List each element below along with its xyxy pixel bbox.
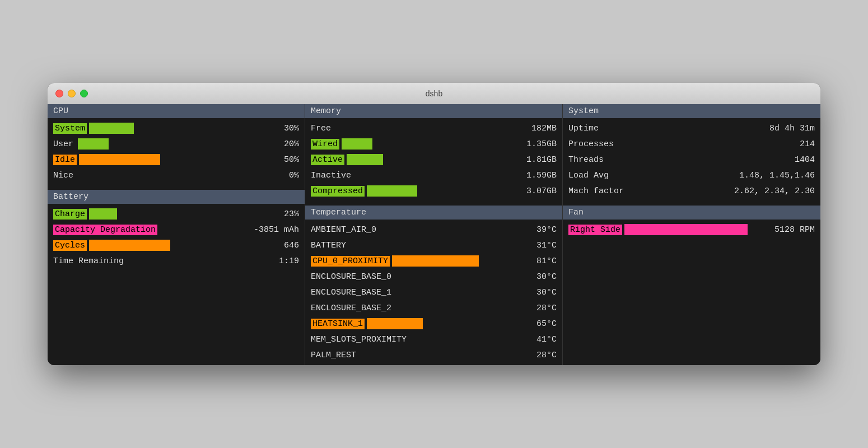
memory-header: Memory	[305, 104, 562, 118]
system-threads-text: Threads	[568, 155, 604, 165]
memory-compressed-row: Compressed 3.07GB	[305, 183, 562, 199]
temp-heatsink-text: HEATSINK_1	[311, 319, 365, 329]
battery-body: Charge 23% Capacity Degradation -3851 mA…	[48, 204, 305, 271]
temp-palmrest-label: PALM_REST	[311, 351, 536, 360]
system-processes-value: 214	[800, 139, 815, 149]
temp-enclosure1-label: ENCLOSURE_BASE_1	[311, 288, 536, 297]
memory-wired-text: Wired	[311, 139, 339, 150]
fan-rightside-bar	[624, 224, 748, 235]
cpu-system-text: System	[53, 123, 87, 134]
temp-enclosure1-value: 30°C	[536, 288, 557, 297]
middle-panel: Memory Free 182MB Wired 1.35GB	[305, 104, 563, 365]
temp-cpu-proximity-row: CPU_0_PROXIMITY 81°C	[305, 253, 562, 269]
system-loadavg-text: Load Avg	[568, 171, 609, 180]
memory-compressed-text: Compressed	[311, 186, 365, 197]
cpu-system-label: System	[53, 123, 279, 134]
battery-cycles-value: 646	[284, 241, 299, 250]
system-uptime-label: Uptime	[568, 124, 765, 133]
memory-inactive-text: Inactive	[311, 171, 351, 180]
system-loadavg-value: 1.48, 1.45,1.46	[739, 171, 815, 180]
temp-battery-label: BATTERY	[311, 241, 536, 250]
close-button[interactable]	[55, 90, 63, 97]
temp-battery-value: 31°C	[536, 241, 557, 250]
fan-rightside-label: Right Side	[568, 224, 774, 235]
temp-enclosure2-label: ENCLOSURE_BASE_2	[311, 304, 536, 313]
battery-remaining-value: 1:19	[279, 256, 299, 266]
system-threads-row: Threads 1404	[563, 152, 820, 167]
battery-charge-value: 23%	[284, 209, 299, 219]
battery-charge-bar	[89, 208, 117, 220]
battery-degradation-value: -3851 mAh	[254, 225, 299, 235]
memory-free-text: Free	[311, 124, 331, 133]
memory-free-value: 182MB	[531, 124, 557, 133]
temp-enclosure2-text: ENCLOSURE_BASE_2	[311, 304, 391, 313]
system-uptime-text: Uptime	[568, 124, 599, 133]
cpu-idle-text: Idle	[53, 155, 77, 165]
temp-enclosure2-value: 28°C	[536, 304, 557, 313]
system-header: System	[563, 104, 820, 118]
battery-charge-text: Charge	[53, 209, 87, 220]
temp-enclosure0-text: ENCLOSURE_BASE_0	[311, 272, 391, 282]
temp-battery-text: BATTERY	[311, 241, 346, 250]
cpu-header: CPU	[48, 104, 305, 118]
maximize-button[interactable]	[80, 90, 88, 97]
system-processes-row: Processes 214	[563, 136, 820, 152]
cpu-user-bar	[78, 138, 109, 150]
memory-inactive-value: 1.59GB	[526, 171, 557, 180]
cpu-idle-label: Idle	[53, 154, 279, 165]
titlebar: dshb	[48, 83, 820, 104]
cpu-idle-row: Idle 50%	[48, 152, 305, 167]
battery-charge-label: Charge	[53, 208, 279, 220]
right-panel: System Uptime 8d 4h 31m Processes 214	[563, 104, 820, 365]
memory-free-label: Free	[311, 124, 527, 133]
system-machfactor-row: Mach factor 2.62, 2.34, 2.30	[563, 183, 820, 199]
temp-ambient-row: AMBIENT_AIR_0 39°C	[305, 222, 562, 237]
system-processes-label: Processes	[568, 139, 795, 149]
cpu-battery-divider	[48, 185, 305, 188]
system-machfactor-label: Mach factor	[568, 186, 730, 196]
battery-cycles-bar	[89, 240, 170, 251]
memory-compressed-label: Compressed	[311, 185, 522, 197]
app-window: dshb CPU System 30% User	[48, 83, 820, 365]
system-fan-divider	[563, 201, 820, 203]
memory-compressed-bar	[367, 185, 417, 197]
cpu-system-bar	[89, 123, 134, 134]
battery-degradation-row: Capacity Degradation -3851 mAh	[48, 222, 305, 237]
temp-enclosure1-row: ENCLOSURE_BASE_1 30°C	[305, 284, 562, 300]
temp-heatsink-row: HEATSINK_1 65°C	[305, 316, 562, 332]
memory-wired-bar	[342, 138, 372, 150]
temp-memslots-text: MEM_SLOTS_PROXIMITY	[311, 335, 407, 344]
cpu-nice-row: Nice 0%	[48, 167, 305, 183]
system-loadavg-row: Load Avg 1.48, 1.45,1.46	[563, 167, 820, 183]
cpu-system-value: 30%	[284, 124, 299, 133]
system-threads-label: Threads	[568, 155, 790, 165]
system-threads-value: 1404	[795, 155, 815, 165]
temp-palmrest-value: 28°C	[536, 351, 557, 360]
temp-cpu-proximity-value: 81°C	[536, 256, 557, 266]
system-machfactor-text: Mach factor	[568, 186, 624, 196]
temp-palmrest-row: PALM_REST 28°C	[305, 347, 562, 363]
battery-cycles-row: Cycles 646	[48, 237, 305, 253]
minimize-button[interactable]	[68, 90, 76, 97]
fan-rightside-text: Right Side	[568, 225, 622, 235]
battery-remaining-text: Time Remaining	[53, 256, 124, 266]
temp-heatsink-label: HEATSINK_1	[311, 318, 536, 329]
memory-active-bar	[347, 154, 383, 165]
window-title: dshb	[426, 89, 442, 98]
temp-enclosure0-row: ENCLOSURE_BASE_0 30°C	[305, 269, 562, 284]
fan-rightside-value: 5128 RPM	[774, 225, 815, 235]
memory-inactive-label: Inactive	[311, 171, 522, 180]
memory-active-row: Active 1.81GB	[305, 152, 562, 167]
temp-cpu-proximity-bar	[392, 255, 479, 267]
memory-free-row: Free 182MB	[305, 120, 562, 136]
battery-degradation-text: Capacity Degradation	[53, 225, 157, 235]
temp-enclosure0-value: 30°C	[536, 272, 557, 282]
main-content: CPU System 30% User 20%	[48, 104, 820, 365]
cpu-nice-label: Nice	[53, 171, 284, 180]
battery-charge-row: Charge 23%	[48, 206, 305, 222]
memory-active-value: 1.81GB	[526, 155, 557, 165]
system-uptime-row: Uptime 8d 4h 31m	[563, 120, 820, 136]
temp-memslots-label: MEM_SLOTS_PROXIMITY	[311, 335, 536, 344]
temp-memslots-value: 41°C	[536, 335, 557, 344]
fan-body: Right Side 5128 RPM	[563, 220, 820, 240]
